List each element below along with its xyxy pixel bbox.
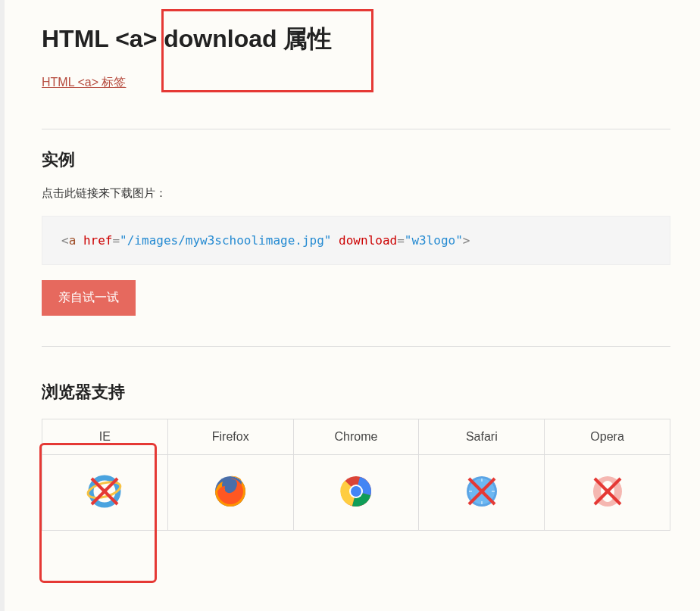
safari-icon [463,472,501,510]
browser-cell-opera [545,455,670,531]
opera-icon [589,472,627,510]
browser-support-table: IE Firefox Chrome Safari Opera [42,419,670,531]
browser-cell-chrome [293,455,419,531]
browser-header-ie: IE [42,419,168,455]
browser-cell-firefox [167,455,293,531]
code-block: <a href="/images/myw3schoolimage.jpg" do… [42,216,670,265]
browser-cell-safari [419,455,545,531]
browser-header-firefox: Firefox [167,419,293,455]
chrome-icon [337,472,375,510]
firefox-icon [211,472,249,510]
browser-header-safari: Safari [419,419,545,455]
browser-header-chrome: Chrome [293,419,419,455]
svg-point-7 [351,486,361,497]
try-it-button[interactable]: 亲自试一试 [42,280,136,316]
browser-support-heading: 浏览器支持 [42,381,670,404]
page-title: HTML <a> download 属性 [42,23,670,56]
divider [42,129,670,129]
browser-header-opera: Opera [545,419,670,455]
example-heading: 实例 [42,148,670,171]
ie-icon [86,472,123,510]
back-link[interactable]: HTML <a> 标签 [42,75,126,91]
browser-cell-ie [42,455,168,531]
example-description: 点击此链接来下载图片： [42,186,670,201]
divider [42,346,670,347]
